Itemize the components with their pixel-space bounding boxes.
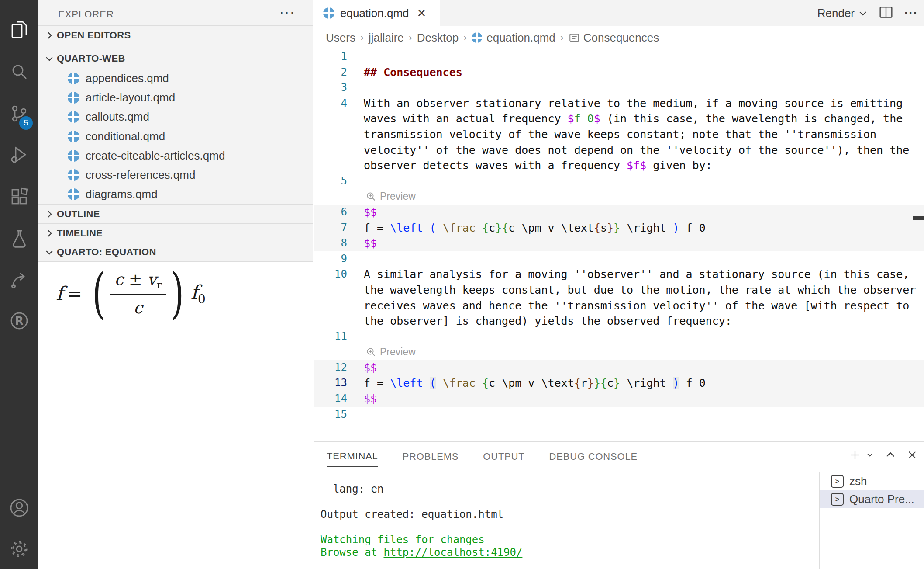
sidebar-title: EXPLORER — [58, 9, 114, 20]
breadcrumb-label: Consequences — [583, 31, 659, 45]
code-line: 6$$ — [314, 205, 924, 220]
sidebar-file-item[interactable]: article-layout.qmd — [38, 88, 313, 107]
terminal-instance-quarto-pre---[interactable]: >Quarto Pre... — [820, 490, 924, 508]
quarto-icon[interactable] — [0, 259, 38, 299]
code-line: 15 — [314, 407, 924, 423]
line-number: 13 — [314, 375, 347, 391]
close-panel-icon[interactable] — [907, 449, 918, 462]
chevron-down-icon — [858, 8, 868, 18]
code-line: transmission velocity of the wave keeps … — [314, 127, 924, 142]
testing-icon[interactable] — [0, 219, 38, 259]
quarto-file-icon — [68, 111, 79, 123]
maximize-panel-icon[interactable] — [885, 449, 896, 462]
panel-tab-terminal[interactable]: TERMINAL — [327, 444, 378, 467]
terminal-dropdown-icon[interactable] — [865, 451, 874, 461]
section-open-editors[interactable]: OPEN EDITORS — [38, 25, 313, 45]
code-line: 11 — [314, 329, 924, 345]
quarto-file-icon — [472, 32, 482, 43]
sidebar-file-item[interactable]: create-citeable-articles.qmd — [38, 146, 313, 165]
render-label: Render — [817, 7, 855, 20]
tab-equation-qmd[interactable]: equation.qmd ✕ — [314, 0, 440, 26]
code-text: $$ — [364, 360, 377, 376]
terminal-instance-zsh[interactable]: >zsh — [820, 472, 924, 490]
breadcrumb-label: equation.qmd — [486, 31, 555, 45]
line-number: 15 — [314, 407, 347, 423]
editor-more-actions-icon[interactable]: ··· — [904, 6, 918, 20]
breadcrumb-item[interactable]: Desktop — [417, 31, 459, 45]
run-debug-icon[interactable] — [0, 135, 38, 175]
terminal-link[interactable]: http://localhost:4190/ — [384, 546, 523, 559]
code-line: 13f = \left ( \frac {c \pm v_\text{r}}{c… — [314, 375, 924, 391]
chevron-right-icon — [44, 31, 55, 40]
preview-codelens[interactable]: Preview — [366, 189, 416, 205]
tab-strip: equation.qmd ✕ Render ··· — [314, 0, 924, 26]
panel-tab-debug-console[interactable]: DEBUG CONSOLE — [549, 445, 638, 467]
overview-ruler — [913, 49, 913, 441]
breadcrumb-item[interactable]: jjallaire — [369, 31, 404, 45]
line-number: 8 — [314, 236, 347, 251]
split-editor-icon[interactable] — [879, 6, 893, 21]
symbol-section-icon — [569, 32, 583, 43]
sidebar-file-item[interactable]: appendices.qmd — [38, 69, 313, 88]
new-terminal-icon[interactable] — [849, 449, 861, 463]
preview-codelens[interactable]: Preview — [366, 344, 416, 360]
quarto-file-icon — [68, 131, 79, 142]
code-line: 7f = \left ( \frac {c}{c \pm v_\text{s}}… — [314, 220, 924, 236]
sidebar-file-item[interactable]: conditional.qmd — [38, 127, 313, 146]
code-text: transmission velocity of the wave keeps … — [364, 127, 876, 142]
breadcrumb-item[interactable]: Consequences — [569, 31, 659, 45]
panel-tab-output[interactable]: OUTPUT — [483, 445, 524, 467]
search-icon[interactable] — [0, 52, 38, 92]
panel-tab-problems[interactable]: PROBLEMS — [403, 445, 459, 467]
fraction-bar — [110, 294, 166, 295]
files-icon[interactable] — [0, 10, 38, 50]
equation-denominator: c — [129, 298, 147, 317]
section-outline[interactable]: OUTLINE — [38, 204, 313, 223]
terminal-icon: > — [831, 493, 844, 506]
breadcrumb-separator: › — [463, 31, 467, 44]
breadcrumb-item[interactable]: equation.qmd — [472, 31, 555, 45]
code-text: $$ — [364, 236, 377, 251]
sidebar-file-item[interactable]: cross-references.qmd — [38, 165, 313, 184]
file-name: conditional.qmd — [86, 130, 165, 143]
file-tree: appendices.qmdarticle-layout.qmdcallouts… — [38, 69, 313, 204]
code-line: waves with an actual frequency $f_0$ (in… — [314, 111, 924, 127]
quarto-file-icon — [68, 169, 79, 181]
section-timeline[interactable]: TIMELINE — [38, 223, 313, 243]
chevron-right-icon — [44, 229, 55, 238]
terminal-output[interactable]: lang: enOutput created: equation.htmlWat… — [321, 483, 522, 559]
source-control-icon[interactable]: 5 — [0, 94, 38, 134]
code-line: 10A similar analysis for a moving ''obse… — [314, 267, 924, 282]
render-button[interactable]: Render — [817, 7, 868, 20]
section-quarto-equation[interactable]: QUARTO: EQUATION — [38, 243, 313, 262]
breadcrumb-separator: › — [560, 31, 564, 44]
sidebar-file-item[interactable]: diagrams.qmd — [38, 185, 313, 204]
terminal-icon: > — [831, 475, 844, 488]
extensions-icon[interactable] — [0, 177, 38, 218]
chevron-down-icon — [44, 247, 55, 257]
sidebar-more-actions-icon[interactable]: ··· — [279, 4, 295, 19]
line-number: 3 — [314, 80, 347, 96]
code-line: 14$$ — [314, 391, 924, 407]
breadcrumb-item[interactable]: Users — [326, 31, 355, 45]
line-number: 5 — [314, 173, 347, 189]
sidebar-file-item[interactable]: callouts.qmd — [38, 108, 313, 127]
plus-minus-sign: ± — [129, 270, 142, 289]
line-number: 10 — [314, 267, 347, 282]
terminal-instance-list: >zsh>Quarto Pre... — [819, 472, 924, 569]
equation-num-c: c — [114, 270, 124, 289]
code-text: $$ — [364, 391, 377, 407]
code-line: observer detects waves with a frequency … — [314, 158, 924, 173]
section-quarto-web[interactable]: QUARTO-WEB — [38, 49, 313, 68]
breadcrumb-separator: › — [409, 31, 412, 44]
codelens-row: Preview — [314, 344, 924, 360]
code-line: the wavelength keeps constant, but due t… — [314, 282, 924, 298]
tab-close-icon[interactable]: ✕ — [417, 7, 427, 20]
code-text: f = \left ( \frac {c}{c \pm v_\text{s}} … — [364, 220, 706, 236]
code-text: waves with an actual frequency $f_0$ (in… — [364, 111, 903, 127]
account-icon[interactable] — [0, 488, 38, 528]
code-text: ## Consequences — [364, 65, 462, 80]
code-editor[interactable]: 12## Consequences34With an observer stat… — [314, 49, 924, 441]
settings-icon[interactable] — [0, 529, 38, 569]
r-lang-icon[interactable]: R — [0, 301, 38, 341]
